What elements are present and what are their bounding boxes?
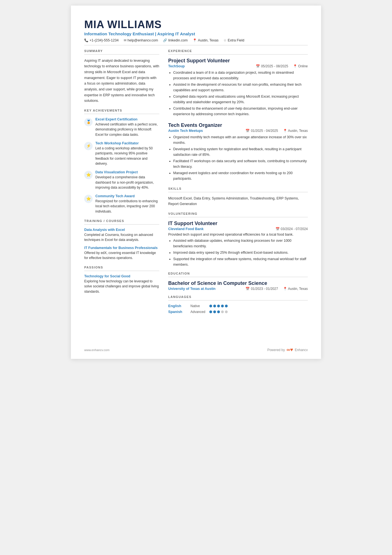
experience-section: EXPERIENCE Project Support Volunteer Tec… [168,49,308,181]
language-item: Spanish Advanced [168,310,308,314]
language-level: Advanced [190,310,207,314]
lang-dot [213,305,216,307]
exp-bullet: Contributed to the enhancement of user-h… [173,106,308,117]
achievement-title: Tech Workshop Facilitator [95,141,159,145]
achievement-desc: Recognized for contributions to enhancin… [95,199,159,214]
achievement-desc: Achieved certification with a perfect sc… [95,122,159,137]
volunteering-list: IT Support Volunteer Cleveland Food Bank… [168,221,308,267]
lang-dot [217,310,220,313]
training-desc: Offered by edX, covering essential IT kn… [84,250,159,261]
exp-meta: TechSoup 📅 05/2025 - 08/2025 📍 Online [168,64,308,68]
powered-by-text: Powered by [267,348,285,352]
contact-location: 📍 Austin, Texas [193,38,219,42]
lang-dot [225,305,228,307]
language-name: English [168,304,188,308]
edu-meta: University of Texas at Austin 📅 01/2023 … [168,287,308,291]
languages-list: English Native Spanish Advanced [168,304,308,314]
volunteering-divider [168,217,308,217]
edu-org: University of Texas at Austin [168,287,215,291]
skills-section: SKILLS Microsoft Excel, Data Entry, Syst… [168,187,308,207]
right-column: EXPERIENCE Project Support Volunteer Tec… [168,49,308,314]
summary-divider [84,54,159,55]
passions-list: Technology for Social Good Exploring how… [84,274,159,294]
languages-section: LANGUAGES English Native Spanish Advance… [168,295,308,314]
language-dots [209,305,228,307]
achievement-content: Tech Workshop Facilitator Led a coding w… [95,141,159,166]
lang-dot [217,305,220,307]
enhancv-logo-icon: ∞♥ [287,347,293,353]
vol-bullet: Assisted with database updates, enhancin… [173,238,308,249]
contact-row: 📞 +1-(234)-555-1234 ✉ help@enhancv.com 🔗… [84,38,308,42]
achievement-icon-wrap: ⚡ [84,142,93,150]
language-item: English Native [168,304,308,308]
vol-date: 📅 03/2024 - 07/2024 [276,227,308,231]
exp-org: Austin Tech Meetups [168,129,203,133]
experience-list: Project Support Volunteer TechSoup 📅 05/… [168,58,308,181]
achievement-title: Excel Expert Certification [95,117,159,121]
achievements-label: KEY ACHIEVEMENTS [84,109,159,112]
passion-item: Technology for Social Good Exploring how… [84,274,159,294]
summary-section: SUMMARY Aspiring IT analyst dedicated to… [84,49,159,104]
exp-date: 📅 05/2025 - 08/2025 [256,64,288,68]
achievement-icon-wrap: 🏅 [84,118,93,126]
exp-role-title: Tech Events Organizer [168,122,308,128]
lang-dot [209,305,212,307]
brand-name: Enhancv [295,348,308,352]
edu-pin-icon: 📍 [283,287,287,291]
passions-section: PASSIONS Technology for Social Good Expl… [84,266,159,294]
skills-divider [168,192,308,192]
left-column: SUMMARY Aspiring IT analyst dedicated to… [84,49,159,314]
exp-bullet: Assisted in the development of resources… [173,82,308,93]
exp-date: 📅 01/2025 - 04/2025 [245,129,278,133]
skills-text: Microsoft Excel, Data Entry, Systems Adm… [168,196,308,207]
training-label: TRAINING / COURSES [84,219,159,223]
contact-linkedin: 🔗 linkedin.com [163,38,187,42]
edu-degree: Bachelor of Science in Computer Science [168,280,308,286]
achievement-title: Data Visualization Project [95,170,159,174]
lang-dot [209,310,212,313]
vol-bullet: Supported the integration of new softwar… [173,256,308,267]
exp-bullet: Organized monthly tech meetups with an a… [173,134,308,145]
candidate-name: MIA WILLIAMS [84,19,308,31]
achievement-content: Data Visualization Project Developed a c… [95,170,159,190]
vol-intro: Provided tech support and improved opera… [168,233,308,236]
training-desc: Completed at Coursera, focusing on advan… [84,232,159,243]
training-item: Data Analysis with Excel Completed at Co… [84,228,159,243]
summary-label: SUMMARY [84,49,159,53]
passions-divider [84,271,159,271]
vol-bullets: Assisted with database updates, enhancin… [168,238,308,267]
achievements-divider [84,114,159,114]
experience-divider [168,54,308,55]
candidate-title: Information Technology Enthusiast | Aspi… [84,31,308,36]
star-extra-icon: ☆ [224,38,227,42]
exp-bullet: Coordinated a team of 8 in a data organi… [173,70,308,81]
experience-label: EXPERIENCE [168,49,308,53]
contact-email: ✉ help@enhancv.com [124,38,158,42]
vol-bullet: Improved data entry speed by 25% through… [173,250,308,255]
skills-label: SKILLS [168,187,308,190]
lang-dot [213,310,216,313]
training-title: Data Analysis with Excel [84,228,159,232]
exp-role-title: Project Support Volunteer [168,58,308,64]
achievement-item: ⚡ Tech Workshop Facilitator Led a coding… [84,141,159,166]
edu-location: 📍 Austin, Texas [283,287,308,291]
calendar-icon: 📅 [245,129,250,133]
achievements-list: 🏅 Excel Expert Certification Achieved ce… [84,117,159,214]
achievement-icon-wrap: ⭐ [84,171,93,179]
lang-dot [225,310,228,313]
exp-location: 📍 Austin, Texas [283,129,308,133]
volunteering-item: IT Support Volunteer Cleveland Food Bank… [168,221,308,267]
body-layout: SUMMARY Aspiring IT analyst dedicated to… [84,49,308,314]
footer-brand: Powered by ∞♥ Enhancv [267,347,308,353]
edu-calendar-icon: 📅 [245,287,250,291]
training-section: TRAINING / COURSES Data Analysis with Ex… [84,219,159,261]
achievement-title: Community Tech Award [95,194,159,198]
achievement-content: Excel Expert Certification Achieved cert… [95,117,159,137]
passion-desc: Exploring how technology can be leverage… [84,279,159,294]
edu-date: 📅 01/2023 - 01/2027 [245,287,278,291]
language-level: Native [190,304,207,308]
volunteering-section: VOLUNTEERING IT Support Volunteer Clevel… [168,212,308,267]
achievement-item: ⭐ Community Tech Award Recognized for co… [84,194,159,214]
star-icon: ⭐ [86,172,91,177]
contact-phone: 📞 +1-(234)-555-1234 [84,38,119,42]
